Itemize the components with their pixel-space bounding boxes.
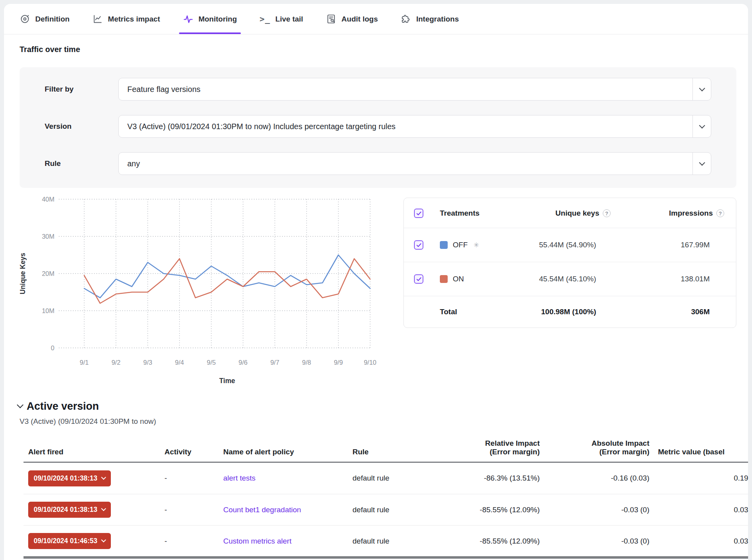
filter-row-version: Version V3 (Active) (09/01/2024 01:30PM … bbox=[45, 115, 711, 138]
svg-text:9/10: 9/10 bbox=[364, 359, 376, 366]
chart-section: 010M20M30M40M9/19/29/39/49/59/69/79/89/9… bbox=[16, 194, 736, 390]
collapse-chevron-icon[interactable] bbox=[17, 402, 24, 408]
col-relative-impact: Relative Impact(Error margin) bbox=[426, 439, 544, 456]
tab-label: Live tail bbox=[275, 15, 303, 23]
tab-label: Metrics impact bbox=[108, 15, 160, 23]
col-metric-value: Metric value (basel bbox=[653, 448, 748, 456]
monitoring-icon bbox=[183, 14, 193, 24]
alert-metric-value: 0.19 ( bbox=[653, 474, 748, 483]
alert-rule: default rule bbox=[348, 506, 426, 514]
alerts-table-header: Alert fired Activity Name of alert polic… bbox=[24, 435, 748, 463]
alert-activity: - bbox=[160, 474, 219, 483]
alert-activity: - bbox=[160, 506, 219, 514]
col-activity: Activity bbox=[160, 448, 219, 456]
svg-text:9/6: 9/6 bbox=[239, 359, 248, 366]
treatments-header: Treatments Unique keys ? Impressions ? bbox=[404, 198, 736, 228]
on-unique-keys: 45.54M (45.10%) bbox=[481, 275, 611, 283]
chevron-down-icon bbox=[101, 537, 106, 542]
filter-by-select[interactable]: Feature flag versions bbox=[118, 78, 711, 101]
alert-rule: default rule bbox=[348, 537, 426, 546]
metrics-impact-icon bbox=[92, 14, 103, 24]
tab-metrics-impact[interactable]: Metrics impact bbox=[92, 4, 160, 34]
svg-text:9/1: 9/1 bbox=[80, 359, 89, 366]
help-icon[interactable]: ? bbox=[716, 209, 724, 217]
off-series-swatch bbox=[440, 241, 448, 249]
traffic-chart: 010M20M30M40M9/19/29/39/49/59/69/79/89/9… bbox=[16, 194, 388, 390]
filter-by-chevron-box[interactable] bbox=[692, 78, 711, 100]
alert-fired-badge[interactable]: 09/10/2024 01:46:53 bbox=[28, 533, 111, 549]
integrations-icon bbox=[401, 14, 411, 24]
chevron-down-icon bbox=[101, 506, 106, 511]
alert-absolute-impact: -0.16 (0.03) bbox=[544, 474, 653, 483]
svg-text:9/4: 9/4 bbox=[175, 359, 184, 366]
treatment-off-checkbox[interactable] bbox=[414, 240, 423, 250]
filter-row-filter-by: Filter by Feature flag versions bbox=[45, 78, 711, 101]
alerts-table-body: 09/10/2024 01:38:13 - alert tests defaul… bbox=[24, 463, 748, 558]
on-impressions: 138.01M bbox=[611, 275, 724, 283]
treatments-total-row: Total 100.98M (100%) 306M bbox=[404, 296, 736, 328]
alert-row: 09/10/2024 01:38:13 - Count bet1 degrada… bbox=[24, 494, 748, 525]
chevron-down-icon bbox=[699, 122, 705, 128]
tab-monitoring[interactable]: Monitoring bbox=[183, 4, 237, 34]
alert-policy-link[interactable]: alert tests bbox=[223, 474, 255, 482]
on-series-swatch bbox=[440, 275, 448, 283]
treatments-select-all-checkbox[interactable] bbox=[414, 209, 423, 218]
version-label: Version bbox=[45, 122, 118, 131]
alert-policy-link[interactable]: Count bet1 degradation bbox=[223, 506, 301, 514]
svg-text:9/9: 9/9 bbox=[334, 359, 343, 366]
col-absolute-impact: Absolute Impact(Error margin) bbox=[544, 439, 653, 456]
off-unique-keys: 55.44M (54.90%) bbox=[481, 241, 611, 249]
alert-relative-impact: -85.55% (12.09%) bbox=[426, 537, 544, 546]
help-icon[interactable]: ? bbox=[603, 209, 611, 217]
treatment-row-off: OFF ✳ 55.44M (54.90%) 167.99M bbox=[404, 228, 736, 262]
svg-text:9/5: 9/5 bbox=[207, 359, 216, 366]
alert-rule: default rule bbox=[348, 474, 426, 483]
total-impressions: 306M bbox=[611, 308, 724, 316]
tab-definition[interactable]: Definition bbox=[20, 4, 70, 34]
main-card: Definition Metrics impact Monitoring >_ … bbox=[4, 4, 748, 560]
impressions-column-header: Impressions ? bbox=[611, 209, 724, 218]
active-version-title: Active version bbox=[27, 400, 99, 412]
audit-logs-icon bbox=[326, 14, 336, 24]
svg-text:10M: 10M bbox=[42, 307, 54, 314]
alert-fired-badge[interactable]: 09/10/2024 01:38:13 bbox=[28, 470, 111, 486]
tab-label: Monitoring bbox=[199, 15, 237, 23]
svg-text:0: 0 bbox=[51, 344, 54, 351]
version-select[interactable]: V3 (Active) (09/01/2024 01:30PM to now) … bbox=[118, 115, 711, 138]
chevron-down-icon bbox=[101, 475, 106, 480]
svg-text:Time: Time bbox=[219, 377, 235, 385]
svg-text:9/2: 9/2 bbox=[112, 359, 121, 366]
alert-activity: - bbox=[160, 537, 219, 546]
treatment-on-checkbox[interactable] bbox=[414, 274, 423, 284]
tab-label: Definition bbox=[35, 15, 70, 23]
unique-keys-column-header: Unique keys ? bbox=[481, 209, 611, 218]
version-value: V3 (Active) (09/01/2024 01:30PM to now) … bbox=[127, 122, 692, 131]
svg-text:40M: 40M bbox=[42, 196, 54, 203]
filter-by-value: Feature flag versions bbox=[127, 85, 692, 94]
rule-select[interactable]: any bbox=[118, 152, 711, 175]
tab-label: Audit logs bbox=[342, 15, 378, 23]
tab-live-tail[interactable]: >_ Live tail bbox=[260, 4, 303, 34]
rule-chevron-box[interactable] bbox=[692, 153, 711, 175]
live-tail-icon: >_ bbox=[260, 14, 270, 24]
svg-text:9/8: 9/8 bbox=[302, 359, 311, 366]
col-alert-fired: Alert fired bbox=[24, 448, 160, 456]
check-icon bbox=[416, 242, 422, 248]
tab-integrations[interactable]: Integrations bbox=[401, 4, 459, 34]
filter-row-rule: Rule any bbox=[45, 152, 711, 175]
tab-audit-logs[interactable]: Audit logs bbox=[326, 4, 378, 34]
tab-bar: Definition Metrics impact Monitoring >_ … bbox=[4, 4, 748, 34]
check-icon bbox=[416, 276, 422, 282]
off-impressions: 167.99M bbox=[611, 241, 724, 249]
alert-policy-link[interactable]: Custom metrics alert bbox=[223, 537, 291, 545]
alert-fired-badge[interactable]: 09/10/2024 01:38:13 bbox=[28, 502, 111, 518]
alert-relative-impact: -86.3% (13.51%) bbox=[426, 474, 544, 483]
check-icon bbox=[416, 211, 422, 216]
alert-relative-impact: -85.55% (12.09%) bbox=[426, 506, 544, 514]
version-chevron-box[interactable] bbox=[692, 115, 711, 137]
alert-metric-value: 0.03 ( bbox=[653, 506, 748, 514]
alert-row: 09/10/2024 01:46:53 - Custom metrics ale… bbox=[24, 525, 748, 556]
default-treatment-icon: ✳ bbox=[474, 241, 479, 249]
col-policy: Name of alert policy bbox=[219, 448, 348, 456]
alert-metric-value: 0.03 ( bbox=[653, 537, 748, 546]
